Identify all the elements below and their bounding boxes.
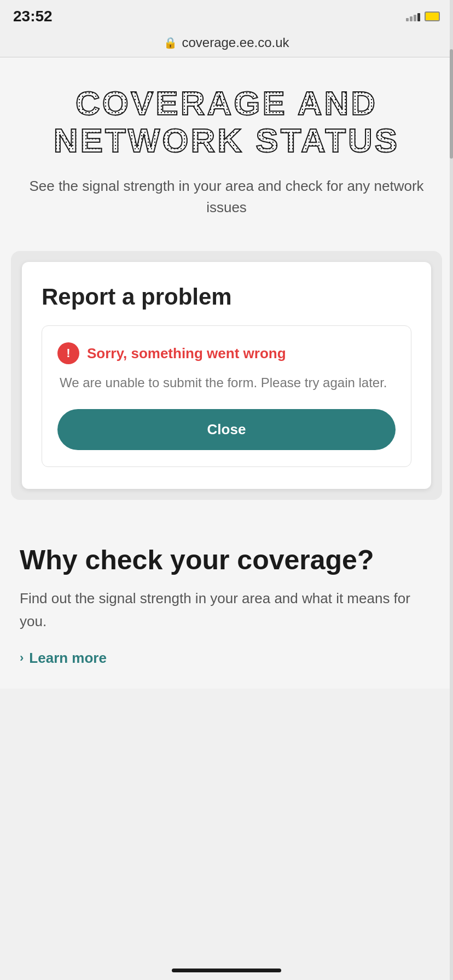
report-title: Report a problem <box>42 284 411 310</box>
signal-icon <box>406 11 420 21</box>
learn-more-label: Learn more <box>29 650 107 667</box>
page-title: COVERAGE ANDNETWORK STATUS <box>22 85 431 159</box>
why-section: Why check your coverage? Find out the si… <box>0 516 453 688</box>
card-container: Report a problem ! Sorry, something went… <box>11 251 442 500</box>
status-icons <box>406 11 440 21</box>
learn-more-link[interactable]: › Learn more <box>20 650 433 667</box>
error-header: ! Sorry, something went wrong <box>57 342 396 364</box>
scrollbar[interactable] <box>450 0 453 980</box>
error-title: Sorry, something went wrong <box>87 345 286 362</box>
url-display: 🔒 coverage.ee.co.uk <box>164 35 289 50</box>
home-indicator <box>172 969 281 972</box>
report-card: Report a problem ! Sorry, something went… <box>22 262 431 489</box>
hero-subtitle: See the signal strength in your area and… <box>22 176 431 218</box>
close-button[interactable]: Close <box>57 409 396 450</box>
error-box: ! Sorry, something went wrong We are una… <box>42 325 411 467</box>
status-bar: 23:52 <box>0 0 453 31</box>
address-bar: 🔒 coverage.ee.co.uk <box>0 31 453 57</box>
scrollbar-thumb <box>450 49 453 159</box>
lock-icon: 🔒 <box>164 36 177 49</box>
battery-icon <box>425 11 440 21</box>
why-description: Find out the signal strength in your are… <box>20 587 433 633</box>
why-title: Why check your coverage? <box>20 544 433 576</box>
chevron-right-icon: › <box>20 651 24 665</box>
main-content: COVERAGE ANDNETWORK STATUS See the signa… <box>0 57 453 689</box>
hero-section: COVERAGE ANDNETWORK STATUS See the signa… <box>0 57 453 235</box>
status-time: 23:52 <box>13 8 53 25</box>
error-icon: ! <box>57 342 79 364</box>
error-description: We are unable to submit the form. Please… <box>57 373 396 393</box>
